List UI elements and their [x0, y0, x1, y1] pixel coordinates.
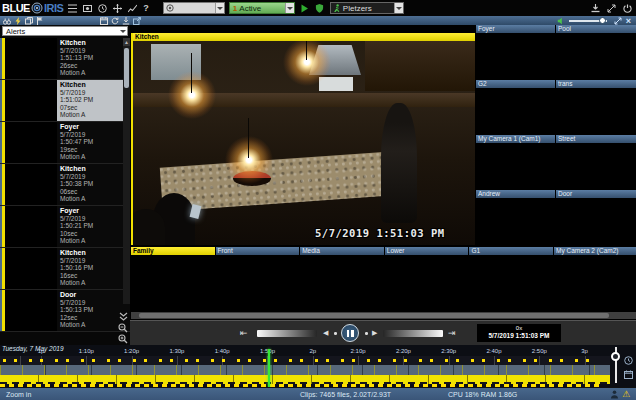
camera-cell-video[interactable] — [385, 255, 469, 309]
camera-cell-video[interactable] — [556, 33, 636, 79]
flag-icon[interactable] — [35, 17, 44, 25]
rewind-speed-slider[interactable] — [257, 330, 317, 337]
export-download-icon[interactable] — [121, 17, 130, 25]
skip-to-start-icon[interactable]: ⇤ — [240, 328, 248, 338]
pause-button[interactable] — [341, 324, 359, 342]
camera-cell-title[interactable]: G2 — [476, 80, 555, 88]
main-camera-view[interactable]: 5/7/2019 1:51:03 PM — [133, 41, 475, 245]
camera-cell-video[interactable] — [476, 198, 555, 244]
alert-list-item[interactable]: Door 5/7/2019 1:50:13 PM 12sec Motion A — [0, 290, 130, 332]
alert-thumbnail[interactable] — [5, 248, 57, 289]
stats-graph-icon[interactable] — [127, 3, 138, 14]
alert-thumbnail[interactable] — [5, 206, 57, 247]
ptz-controls-icon[interactable] — [112, 3, 123, 14]
alert-list-item[interactable]: Kitchen 5/7/2019 1:51:13 PM 26sec Motion… — [0, 38, 130, 80]
camera-cell-title[interactable]: Family — [131, 247, 215, 255]
camera-cell[interactable]: My Camera 1 (Cam1) — [476, 135, 555, 189]
camera-cell-title[interactable]: Lower — [385, 247, 469, 255]
camera-cell-title[interactable]: My Camera 2 (Cam2) — [554, 247, 636, 255]
clips-stack-icon[interactable] — [24, 17, 33, 25]
camera-cell[interactable]: Media — [300, 247, 384, 310]
alert-list-item[interactable]: Foyer 5/7/2019 1:50:47 PM 19sec Motion A — [0, 122, 130, 164]
timeline-panel[interactable]: Tuesday, 7 May 2019 1p1:10p1:20p1:30p1:4… — [0, 345, 636, 387]
camera-cell-title[interactable]: Andrew — [476, 190, 555, 198]
camera-cell-title[interactable]: Front — [216, 247, 300, 255]
camera-cell[interactable]: Door — [556, 190, 636, 244]
timeline-clock-icon[interactable] — [624, 351, 633, 360]
calendar-icon[interactable] — [99, 17, 108, 25]
maximize-view-icon[interactable] — [614, 17, 622, 25]
schedule-clock-icon[interactable] — [97, 3, 108, 14]
step-back-icon[interactable]: ◀ — [323, 329, 328, 337]
camera-cell[interactable]: G1 — [469, 247, 553, 310]
camera-cell-title[interactable]: My Camera 1 (Cam1) — [476, 135, 555, 143]
scrollbar-thumb[interactable] — [139, 313, 609, 318]
alert-thumbnail[interactable] — [5, 290, 57, 331]
user-profile-select[interactable]: Pletzers — [330, 2, 404, 14]
clip-list-icon[interactable] — [67, 3, 78, 14]
camera-cell-title[interactable]: Door — [556, 190, 636, 198]
history-refresh-icon[interactable] — [110, 17, 119, 25]
alert-thumbnail[interactable] — [5, 38, 57, 79]
alert-list-item[interactable]: Kitchen 5/7/2019 1:50:16 PM 16sec Motion… — [0, 248, 130, 290]
jump-to-newest-icon[interactable] — [118, 311, 129, 322]
camera-cell-video[interactable] — [476, 33, 555, 79]
camera-cell[interactable]: Andrew — [476, 190, 555, 244]
camera-cell-video[interactable] — [554, 255, 636, 309]
camera-cell-video[interactable] — [300, 255, 384, 309]
camera-cell-video[interactable] — [476, 88, 555, 134]
timeline-calendar-icon[interactable] — [624, 365, 633, 374]
camera-window-icon[interactable] — [82, 3, 93, 14]
volume-slider[interactable] — [569, 20, 607, 22]
camera-cell-title[interactable]: Media — [300, 247, 384, 255]
alert-list-item[interactable]: Kitchen 5/7/2019 1:51:02 PM 07sec Motion… — [0, 80, 130, 122]
profile-status-select[interactable]: 1 Active — [229, 2, 295, 14]
help-icon[interactable]: ? — [143, 3, 149, 13]
camera-cell-video[interactable] — [556, 143, 636, 189]
zoom-in-icon[interactable] — [118, 333, 129, 344]
list-mode-select[interactable]: Alerts — [2, 26, 128, 36]
timeline-clip-band[interactable] — [0, 365, 610, 375]
camera-cell-video[interactable] — [476, 143, 555, 189]
warning-icon[interactable]: ⚠ — [622, 389, 630, 399]
camera-cell[interactable]: Family — [131, 247, 215, 310]
alert-thumbnail[interactable] — [5, 164, 57, 205]
shield-status-icon[interactable] — [314, 3, 325, 14]
camera-cell[interactable]: Foyer — [476, 25, 555, 79]
search-binoculars-icon[interactable] — [2, 17, 11, 25]
alert-list-item[interactable]: Kitchen 5/7/2019 1:50:38 PM 06sec Motion… — [0, 164, 130, 206]
timeline-zoom-thumb[interactable] — [611, 352, 620, 361]
user-session-icon[interactable] — [610, 390, 619, 399]
fullscreen-icon[interactable] — [606, 3, 617, 14]
alert-thumbnail[interactable] — [5, 122, 57, 163]
camera-cell-title[interactable]: trans — [556, 80, 636, 88]
close-view-icon[interactable]: × — [626, 17, 631, 25]
camera-group-select[interactable] — [163, 2, 225, 14]
camera-cell[interactable]: Front — [216, 247, 300, 310]
step-forward-icon[interactable]: ▶ — [372, 329, 377, 337]
alert-list-item[interactable]: Foyer 5/7/2019 1:50:21 PM 10sec Motion A — [0, 206, 130, 248]
camera-cell-title[interactable]: Foyer — [476, 25, 555, 33]
camera-cell-video[interactable] — [556, 198, 636, 244]
camera-cell-video[interactable] — [216, 255, 300, 309]
skip-to-end-icon[interactable]: ⇥ — [448, 328, 456, 338]
camera-cell-title[interactable]: G1 — [469, 247, 553, 255]
main-camera-title[interactable]: Kitchen — [133, 33, 475, 41]
volume-slider-thumb[interactable] — [599, 17, 606, 24]
timeline-alert-marker-band[interactable] — [0, 356, 610, 365]
camera-cell[interactable]: trans — [556, 80, 636, 134]
camera-row-scrollbar[interactable] — [131, 312, 636, 319]
camera-cell[interactable]: My Camera 2 (Cam2) — [554, 247, 636, 310]
timeline-recording-band[interactable] — [0, 375, 610, 384]
alerts-lightning-icon[interactable] — [13, 17, 22, 25]
scrollbar-thumb[interactable] — [124, 48, 129, 88]
camera-cell-title[interactable]: Street — [556, 135, 636, 143]
scroll-up-icon[interactable]: ▲ — [123, 38, 130, 46]
forward-speed-slider[interactable] — [383, 330, 443, 337]
timeline-playhead[interactable] — [268, 349, 270, 387]
camera-cell-video[interactable] — [131, 255, 215, 309]
popout-window-icon[interactable] — [133, 17, 141, 25]
audio-speaker-icon[interactable] — [557, 17, 565, 25]
traffic-play-icon[interactable] — [299, 3, 310, 14]
download-icon[interactable] — [590, 3, 601, 14]
